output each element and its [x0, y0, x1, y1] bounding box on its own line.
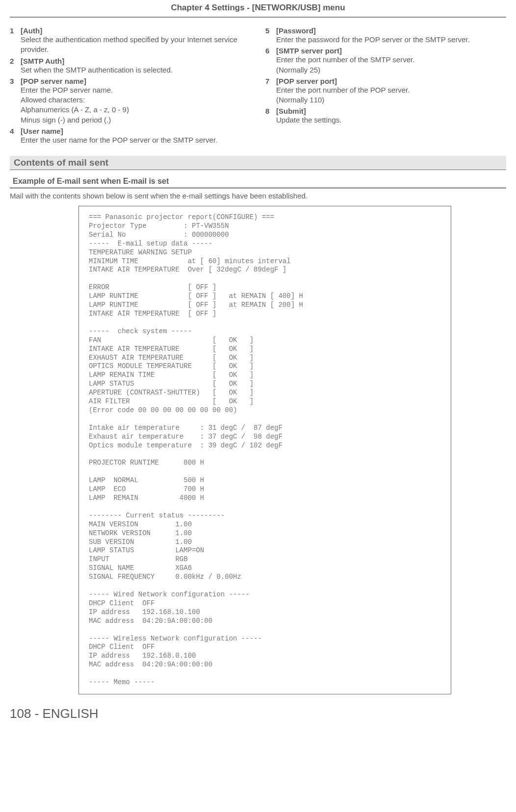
- item-description: Enter the user name for the POP server o…: [21, 135, 251, 145]
- definition-item: 8[Submit]Update the settings.: [265, 107, 506, 125]
- item-number: 2: [10, 57, 21, 75]
- definition-item: 1[Auth]Select the authentication method …: [10, 26, 251, 55]
- item-number: 5: [265, 26, 276, 45]
- item-body: [Auth]Select the authentication method s…: [21, 26, 251, 55]
- item-body: [User name]Enter the user name for the P…: [21, 127, 251, 145]
- item-number: 8: [265, 107, 276, 125]
- item-number: 6: [265, 47, 276, 75]
- page-footer: 108 - ENGLISH: [10, 706, 506, 721]
- email-body-box: === Panasonic projector report(CONFIGURE…: [78, 206, 451, 694]
- definition-item: 4[User name]Enter the user name for the …: [10, 127, 251, 145]
- item-description: Enter the POP server name. Allowed chara…: [21, 85, 251, 125]
- item-title: [Password]: [276, 26, 506, 35]
- item-description: Enter the password for the POP server or…: [276, 35, 506, 45]
- item-number: 3: [10, 77, 21, 125]
- item-body: [POP server port]Enter the port number o…: [276, 77, 506, 105]
- item-body: [SMTP server port]Enter the port number …: [276, 47, 506, 75]
- definition-item: 5[Password]Enter the password for the PO…: [265, 26, 506, 45]
- definition-item: 3[POP server name]Enter the POP server n…: [10, 77, 251, 125]
- item-description: Select the authentication method specifi…: [21, 35, 251, 55]
- definition-item: 7[POP server port]Enter the port number …: [265, 77, 506, 105]
- definition-columns: 1[Auth]Select the authentication method …: [10, 26, 506, 147]
- left-column: 1[Auth]Select the authentication method …: [10, 26, 251, 147]
- item-description: Enter the port number of the SMTP server…: [276, 55, 506, 75]
- item-title: [POP server port]: [276, 77, 506, 85]
- item-body: [Password]Enter the password for the POP…: [276, 26, 506, 45]
- item-title: [SMTP server port]: [276, 47, 506, 55]
- item-number: 1: [10, 26, 21, 55]
- section-heading: Contents of mail sent: [10, 156, 506, 170]
- item-number: 4: [10, 127, 21, 145]
- item-body: [Submit]Update the settings.: [276, 107, 506, 125]
- item-description: Set when the SMTP authentication is sele…: [21, 65, 251, 75]
- item-body: [SMTP Auth]Set when the SMTP authenticat…: [21, 57, 251, 75]
- definition-item: 6[SMTP server port]Enter the port number…: [265, 47, 506, 75]
- subsection-heading: Example of E-mail sent when E-mail is se…: [10, 175, 506, 189]
- chapter-title: Chapter 4 Settings - [NETWORK/USB] menu: [10, 0, 506, 18]
- item-number: 7: [265, 77, 276, 105]
- item-description: Enter the port number of the POP server.…: [276, 85, 506, 105]
- lead-text: Mail with the contents shown below is se…: [10, 192, 506, 200]
- definition-item: 2[SMTP Auth]Set when the SMTP authentica…: [10, 57, 251, 75]
- right-column: 5[Password]Enter the password for the PO…: [265, 26, 506, 147]
- item-description: Update the settings.: [276, 115, 506, 125]
- item-title: [POP server name]: [21, 77, 251, 85]
- item-body: [POP server name]Enter the POP server na…: [21, 77, 251, 125]
- item-title: [Auth]: [21, 26, 251, 35]
- item-title: [SMTP Auth]: [21, 57, 251, 65]
- item-title: [Submit]: [276, 107, 506, 115]
- item-title: [User name]: [21, 127, 251, 135]
